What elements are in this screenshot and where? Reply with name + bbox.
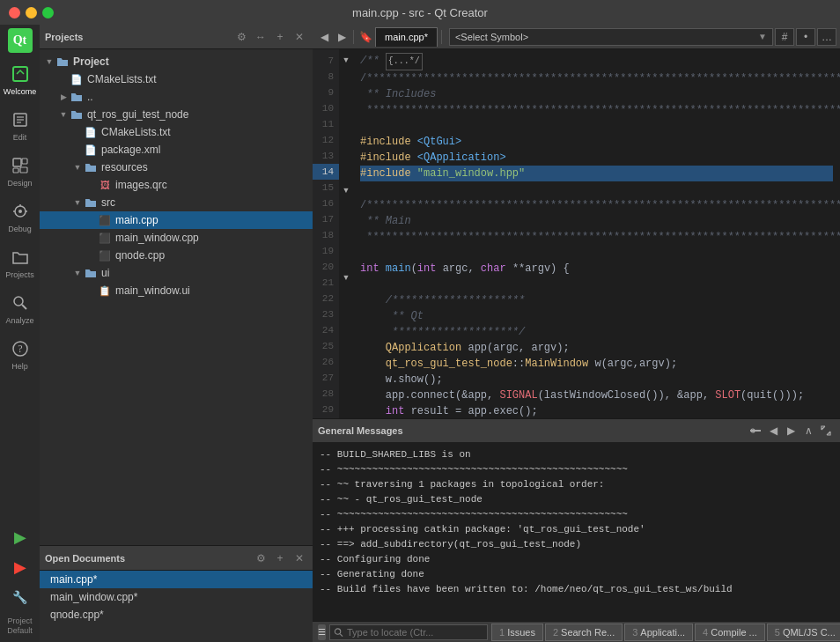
fg-16[interactable]: ▼ <box>339 183 353 197</box>
status-tab-1[interactable]: 1 Issues <box>491 624 543 641</box>
open-doc-main-cpp[interactable]: main.cpp* <box>40 571 313 588</box>
maximize-button[interactable] <box>42 7 54 18</box>
hash-btn[interactable]: # <box>775 28 794 46</box>
tree-arrow-dotdot[interactable]: ▶ <box>57 91 70 103</box>
symbol-select[interactable]: <Select Symbol> ▼ <box>449 28 773 46</box>
sidebar-item-design[interactable]: Design <box>3 148 38 194</box>
tree-item-package-xml[interactable]: 📄 package.xml <box>40 141 313 159</box>
minimize-button[interactable] <box>26 7 37 18</box>
tree-arrow-resources[interactable]: ▼ <box>71 161 84 173</box>
tree-item-resources[interactable]: ▼ resources <box>40 159 313 176</box>
tree-item-main-window-cpp[interactable]: ⬛ main_window.cpp <box>40 229 313 247</box>
messages-settings-icon[interactable] <box>747 422 764 439</box>
code-indent-28 <box>360 387 386 403</box>
tree-item-images-qrc[interactable]: 🖼 images.qrc <box>40 176 313 194</box>
back-btn[interactable]: ◀ <box>316 29 332 45</box>
tree-arrow-project[interactable]: ▼ <box>43 55 55 68</box>
dots-btn[interactable]: … <box>817 28 836 46</box>
line-numbers-gutter: 7 8 9 10 11 12 13 14 15 16 17 18 19 20 2… <box>313 49 339 418</box>
code-line-22: /********************* <box>360 292 833 308</box>
fg-26 <box>339 328 353 342</box>
run-button[interactable]: ▶ <box>6 523 34 551</box>
projects-close-btn[interactable]: ✕ <box>291 29 307 45</box>
right-area: ◀ ▶ 🔖 main.cpp* <Select Symbol> ▼ # • … … <box>313 25 840 642</box>
code-text-26c: MainWindow <box>525 356 594 372</box>
code-line-15 <box>360 181 833 197</box>
projects-add-btn[interactable]: + <box>272 29 288 45</box>
open-doc-main-window-cpp[interactable]: main_window.cpp* <box>40 588 313 606</box>
sidebar-item-edit[interactable]: Edit <box>3 102 38 148</box>
search-input[interactable] <box>347 627 483 638</box>
code-text-23: ** Qt <box>392 308 424 324</box>
tree-item-main-window-ui[interactable]: 📋 main_window.ui <box>40 282 313 299</box>
tree-item-project-root[interactable]: ▼ Project <box>40 53 313 70</box>
status-tab-5[interactable]: 5 QML/JS C... <box>767 624 840 641</box>
tree-item-dotdot[interactable]: ▶ .. <box>40 88 313 106</box>
projects-filter-btn[interactable]: ⚙ <box>233 29 249 45</box>
bookmark-btn[interactable]: 🔖 <box>357 29 373 45</box>
tree-arrow-main-cpp <box>85 214 98 226</box>
ln-22: 22 <box>313 291 339 306</box>
code-text-26b: :: <box>512 356 525 372</box>
tree-arrow-ui[interactable]: ▼ <box>71 267 84 279</box>
ln-8: 8 <box>313 69 339 85</box>
fold-indicator-7[interactable]: {...*/ <box>386 53 423 70</box>
code-text-26a: qt_ros_gui_test_node <box>386 356 512 372</box>
open-docs-add-btn[interactable]: + <box>272 550 288 566</box>
sidebar-item-debug[interactable]: Debug <box>3 194 38 240</box>
messages-prev-icon[interactable]: ◀ <box>764 422 782 439</box>
open-doc-label-main-cpp: main.cpp* <box>50 573 97 586</box>
ln-7: 7 <box>313 53 339 69</box>
editor-tab-main-cpp[interactable]: main.cpp* <box>375 27 438 47</box>
tree-item-src[interactable]: ▼ src <box>40 194 313 211</box>
fg-9 <box>339 82 353 96</box>
open-doc-label-qnode-cpp: qnode.cpp* <box>50 609 104 621</box>
tab-num-2: 2 <box>553 627 558 638</box>
tree-item-ui[interactable]: ▼ ui <box>40 264 313 282</box>
fg-29 <box>339 372 353 386</box>
messages-close-icon[interactable]: ∧ <box>799 422 817 439</box>
forward-btn[interactable]: ▶ <box>334 29 350 45</box>
svg-line-15 <box>22 305 26 309</box>
projects-sync-btn[interactable]: ↔ <box>253 29 269 45</box>
open-doc-qnode-cpp[interactable]: qnode.cpp* <box>40 606 313 624</box>
tree-item-main-cpp[interactable]: ⬛ main.cpp <box>40 211 313 229</box>
tree-arrow-qt-node[interactable]: ▼ <box>57 108 70 121</box>
tree-item-qnode-cpp[interactable]: ⬛ qnode.cpp <box>40 247 313 264</box>
status-tab-2[interactable]: 2 Search Re... <box>545 624 623 641</box>
tree-item-cmake-node[interactable]: 📄 CMakeLists.txt <box>40 123 313 141</box>
build-button[interactable]: 🔧 <box>6 583 34 611</box>
code-content[interactable]: /** {...*/ /****************************… <box>353 49 840 418</box>
sidebar-item-help[interactable]: ? Help <box>3 331 38 377</box>
tree-arrow-src[interactable]: ▼ <box>71 196 84 209</box>
code-line-18: ****************************************… <box>360 229 833 245</box>
code-text-29a: int <box>386 403 411 418</box>
code-line-27: w.show(); <box>360 372 833 387</box>
bottom-content: -- BUILD_SHARED_LIBS is on -- ~~~~~~~~~~… <box>313 442 840 621</box>
code-editor[interactable]: 7 8 9 10 11 12 13 14 15 16 17 18 19 20 2… <box>313 49 840 418</box>
fg-22[interactable]: ▼ <box>339 270 353 284</box>
messages-next-icon[interactable]: ▶ <box>782 422 799 439</box>
tree-item-qt-node[interactable]: ▼ qt_ros_gui_test_node <box>40 106 313 123</box>
help-icon: ? <box>10 338 31 359</box>
status-tab-3[interactable]: 3 Applicati... <box>624 624 693 641</box>
stop-button[interactable]: ▶ <box>6 553 34 581</box>
open-docs-settings-btn[interactable]: ⚙ <box>253 550 269 566</box>
close-button[interactable] <box>9 7 20 18</box>
messages-expand-icon[interactable] <box>817 422 835 439</box>
sidebar-item-analyze[interactable]: Analyze <box>3 285 38 331</box>
bullet-btn[interactable]: • <box>796 28 815 46</box>
fg-18 <box>339 212 353 226</box>
status-search[interactable] <box>329 624 488 640</box>
tree-arrow-main-window-ui <box>85 284 98 297</box>
code-text-13b: <QApplication> <box>417 150 506 166</box>
bottom-title: General Messages <box>318 425 747 436</box>
status-tab-4[interactable]: 4 Compile ... <box>695 624 765 641</box>
tree-item-cmake-top[interactable]: 📄 CMakeLists.txt <box>40 70 313 88</box>
sidebar-item-welcome[interactable]: Welcome <box>3 56 38 102</box>
status-sidebar-btn[interactable]: ☰ <box>318 624 326 640</box>
search-icon <box>334 627 343 638</box>
fg-7[interactable]: ▼ <box>339 53 353 67</box>
open-docs-close-btn[interactable]: ✕ <box>291 550 307 566</box>
sidebar-item-projects[interactable]: Projects <box>3 240 38 285</box>
